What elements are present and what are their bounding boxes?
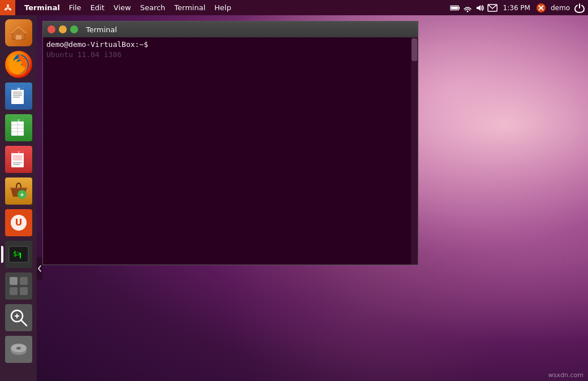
user-icon[interactable] <box>536 3 546 13</box>
svg-rect-14 <box>16 35 21 40</box>
svg-point-7 <box>466 10 468 12</box>
clock[interactable]: 1:36 PM <box>500 4 534 12</box>
menu-help[interactable]: Help <box>210 0 236 15</box>
launcher-item-zoom[interactable] <box>3 302 34 333</box>
menu-terminal-2[interactable]: Terminal <box>170 0 210 15</box>
battery-icon[interactable] <box>450 3 460 13</box>
network-icon[interactable] <box>462 3 473 13</box>
mail-icon[interactable] <box>487 3 498 13</box>
terminal-title: Terminal <box>86 25 117 34</box>
launcher-item-home[interactable] <box>3 18 34 48</box>
power-icon[interactable] <box>574 3 585 13</box>
svg-text:U: U <box>15 217 22 228</box>
launcher-item-calc[interactable]: C <box>3 112 34 143</box>
maximize-button[interactable] <box>70 25 78 33</box>
launcher-item-software[interactable]: + <box>3 176 34 206</box>
ubuntu-logo[interactable] <box>0 0 15 15</box>
terminal-scrollbar-thumb[interactable] <box>412 38 417 61</box>
terminal-body[interactable]: demo@demo-VirtualBox:~$ Ubuntu 11.04 i38… <box>43 37 418 265</box>
svg-text:+: + <box>19 192 24 198</box>
svg-rect-33 <box>13 155 22 161</box>
volume-icon[interactable] <box>475 3 485 13</box>
menu-search[interactable]: Search <box>136 0 170 15</box>
app-menu-items: Terminal File Edit View Search Terminal … <box>15 0 236 15</box>
svg-rect-44 <box>10 277 18 285</box>
svg-rect-32 <box>11 150 24 153</box>
terminal-scrollbar[interactable] <box>411 37 418 265</box>
menu-file[interactable]: File <box>64 0 86 15</box>
launcher-item-impress[interactable]: I <box>3 144 34 175</box>
launcher-item-disk[interactable] <box>3 334 34 365</box>
svg-text:W: W <box>17 87 20 90</box>
terminal-content: demo@demo-VirtualBox:~$ Ubuntu 11.04 i38… <box>46 40 414 60</box>
terminal-ghost-text: Ubuntu 11.04 i386 <box>46 50 414 60</box>
terminal-window: Terminal demo@demo-VirtualBox:~$ Ubuntu … <box>42 21 418 265</box>
launcher-item-workspace[interactable] <box>3 271 34 301</box>
launcher: W C I <box>0 15 37 381</box>
svg-rect-45 <box>20 277 28 285</box>
svg-text:I: I <box>18 150 19 154</box>
close-button[interactable] <box>47 25 55 33</box>
svg-text:C: C <box>18 119 20 122</box>
svg-point-1 <box>7 4 9 6</box>
svg-point-55 <box>16 347 21 350</box>
terminal-titlebar: Terminal <box>43 21 418 37</box>
launcher-item-ubuntu-one[interactable]: U <box>3 207 34 238</box>
svg-rect-43 <box>20 253 21 258</box>
menu-edit[interactable]: Edit <box>86 0 109 15</box>
menu-bar: Terminal File Edit View Search Terminal … <box>0 0 588 15</box>
menu-terminal[interactable]: Terminal <box>20 0 64 15</box>
svg-line-49 <box>21 320 27 326</box>
launcher-item-firefox[interactable] <box>3 49 34 80</box>
terminal-prompt: demo@demo-VirtualBox:~$ <box>46 40 414 50</box>
menu-view[interactable]: View <box>109 0 136 15</box>
launcher-expander[interactable] <box>37 257 42 280</box>
svg-rect-5 <box>459 7 460 9</box>
svg-rect-6 <box>451 6 458 9</box>
launcher-item-terminal[interactable]: $> <box>3 239 34 270</box>
svg-marker-8 <box>477 5 481 11</box>
svg-rect-47 <box>20 287 28 295</box>
watermark: wsxdn.com <box>548 371 583 379</box>
system-tray: 1:36 PM demo <box>450 0 588 15</box>
svg-rect-46 <box>10 287 18 295</box>
user-name[interactable]: demo <box>548 4 572 12</box>
launcher-item-writer[interactable]: W <box>3 81 34 111</box>
minimize-button[interactable] <box>59 25 67 33</box>
